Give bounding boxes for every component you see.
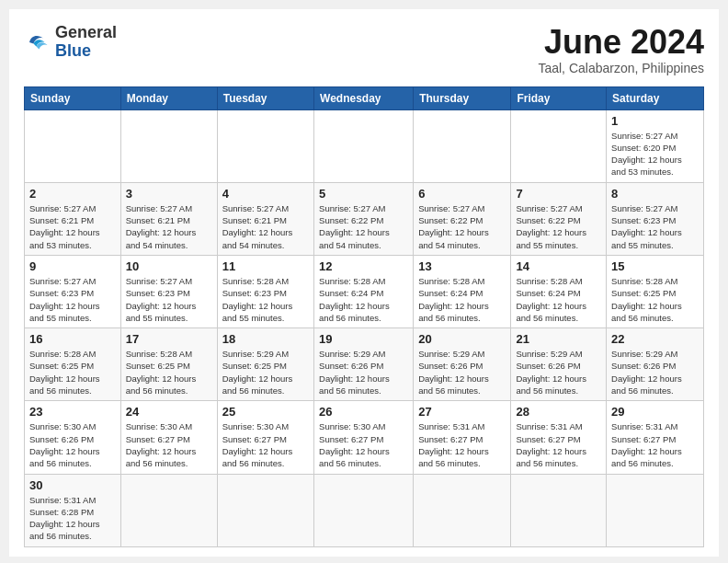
day-info: Sunrise: 5:27 AMSunset: 6:22 PMDaylight:… xyxy=(516,202,601,251)
day-info: Sunrise: 5:29 AMSunset: 6:26 PMDaylight:… xyxy=(418,348,506,396)
day-number: 16 xyxy=(29,332,116,346)
day-number: 3 xyxy=(126,187,212,201)
day-info: Sunrise: 5:31 AMSunset: 6:28 PMDaylight:… xyxy=(29,494,116,543)
day-number: 25 xyxy=(222,405,309,419)
location: Taal, Calabarzon, Philippines xyxy=(538,61,704,75)
day-cell: 13Sunrise: 5:28 AMSunset: 6:24 PMDayligh… xyxy=(414,255,511,327)
day-cell: 26Sunrise: 5:30 AMSunset: 6:27 PMDayligh… xyxy=(314,401,414,474)
logo-text: GeneralBlue xyxy=(55,24,117,61)
logo: GeneralBlue xyxy=(24,24,117,61)
day-cell: 23Sunrise: 5:30 AMSunset: 6:26 PMDayligh… xyxy=(25,401,121,474)
day-header-sunday: Sunday xyxy=(25,86,121,109)
day-cell: 2Sunrise: 5:27 AMSunset: 6:21 PMDaylight… xyxy=(25,182,121,255)
week-row-1: 2Sunrise: 5:27 AMSunset: 6:21 PMDaylight… xyxy=(25,182,704,255)
day-info: Sunrise: 5:27 AMSunset: 6:21 PMDaylight:… xyxy=(126,202,212,251)
day-header-friday: Friday xyxy=(511,86,607,109)
day-info: Sunrise: 5:27 AMSunset: 6:23 PMDaylight:… xyxy=(126,275,212,324)
day-cell: 21Sunrise: 5:29 AMSunset: 6:26 PMDayligh… xyxy=(511,328,607,401)
day-info: Sunrise: 5:30 AMSunset: 6:26 PMDaylight:… xyxy=(29,420,116,469)
day-number: 17 xyxy=(126,332,212,346)
day-cell xyxy=(314,109,414,182)
calendar-container: GeneralBlue June 2024 Taal, Calabarzon, … xyxy=(9,9,719,557)
day-cell xyxy=(414,474,511,546)
week-row-2: 9Sunrise: 5:27 AMSunset: 6:23 PMDaylight… xyxy=(25,255,704,327)
day-number: 12 xyxy=(319,259,408,273)
day-number: 5 xyxy=(319,187,408,201)
day-cell: 22Sunrise: 5:29 AMSunset: 6:26 PMDayligh… xyxy=(607,328,704,401)
day-number: 30 xyxy=(29,478,116,492)
day-cell: 7Sunrise: 5:27 AMSunset: 6:22 PMDaylight… xyxy=(511,182,607,255)
day-info: Sunrise: 5:31 AMSunset: 6:27 PMDaylight:… xyxy=(418,420,506,469)
day-number: 21 xyxy=(516,332,601,346)
day-info: Sunrise: 5:27 AMSunset: 6:23 PMDaylight:… xyxy=(611,202,699,251)
day-cell: 5Sunrise: 5:27 AMSunset: 6:22 PMDaylight… xyxy=(314,182,414,255)
day-info: Sunrise: 5:28 AMSunset: 6:24 PMDaylight:… xyxy=(418,275,506,324)
day-cell: 1Sunrise: 5:27 AMSunset: 6:20 PMDaylight… xyxy=(607,109,704,182)
header-row: SundayMondayTuesdayWednesdayThursdayFrid… xyxy=(25,86,704,109)
day-header-saturday: Saturday xyxy=(607,86,704,109)
day-cell: 14Sunrise: 5:28 AMSunset: 6:24 PMDayligh… xyxy=(511,255,607,327)
title-block: June 2024 Taal, Calabarzon, Philippines xyxy=(538,24,704,75)
day-header-wednesday: Wednesday xyxy=(314,86,414,109)
day-number: 14 xyxy=(516,259,601,273)
day-cell xyxy=(120,474,217,546)
day-cell: 29Sunrise: 5:31 AMSunset: 6:27 PMDayligh… xyxy=(607,401,704,474)
day-cell xyxy=(217,474,313,546)
day-cell xyxy=(314,474,414,546)
day-info: Sunrise: 5:27 AMSunset: 6:21 PMDaylight:… xyxy=(222,202,309,251)
week-row-3: 16Sunrise: 5:28 AMSunset: 6:25 PMDayligh… xyxy=(25,328,704,401)
day-cell xyxy=(511,109,607,182)
day-info: Sunrise: 5:27 AMSunset: 6:21 PMDaylight:… xyxy=(29,202,116,251)
day-cell xyxy=(511,474,607,546)
day-number: 6 xyxy=(418,187,506,201)
day-number: 7 xyxy=(516,187,601,201)
day-header-tuesday: Tuesday xyxy=(217,86,313,109)
day-header-thursday: Thursday xyxy=(414,86,511,109)
day-number: 8 xyxy=(611,187,699,201)
day-number: 18 xyxy=(222,332,309,346)
day-cell: 20Sunrise: 5:29 AMSunset: 6:26 PMDayligh… xyxy=(414,328,511,401)
day-number: 19 xyxy=(319,332,408,346)
day-number: 10 xyxy=(126,259,212,273)
day-cell xyxy=(25,109,121,182)
day-cell: 28Sunrise: 5:31 AMSunset: 6:27 PMDayligh… xyxy=(511,401,607,474)
day-info: Sunrise: 5:30 AMSunset: 6:27 PMDaylight:… xyxy=(319,420,408,469)
day-cell xyxy=(414,109,511,182)
day-cell: 11Sunrise: 5:28 AMSunset: 6:23 PMDayligh… xyxy=(217,255,313,327)
day-cell: 12Sunrise: 5:28 AMSunset: 6:24 PMDayligh… xyxy=(314,255,414,327)
day-number: 26 xyxy=(319,405,408,419)
day-cell: 8Sunrise: 5:27 AMSunset: 6:23 PMDaylight… xyxy=(607,182,704,255)
day-header-monday: Monday xyxy=(120,86,217,109)
day-number: 20 xyxy=(418,332,506,346)
day-cell: 27Sunrise: 5:31 AMSunset: 6:27 PMDayligh… xyxy=(414,401,511,474)
day-cell: 6Sunrise: 5:27 AMSunset: 6:22 PMDaylight… xyxy=(414,182,511,255)
day-cell xyxy=(607,474,704,546)
day-info: Sunrise: 5:31 AMSunset: 6:27 PMDaylight:… xyxy=(611,420,699,469)
day-info: Sunrise: 5:29 AMSunset: 6:26 PMDaylight:… xyxy=(611,348,699,396)
day-number: 13 xyxy=(418,259,506,273)
day-info: Sunrise: 5:31 AMSunset: 6:27 PMDaylight:… xyxy=(516,420,601,469)
day-number: 11 xyxy=(222,259,309,273)
day-info: Sunrise: 5:28 AMSunset: 6:25 PMDaylight:… xyxy=(126,348,212,396)
day-cell: 4Sunrise: 5:27 AMSunset: 6:21 PMDaylight… xyxy=(217,182,313,255)
header: GeneralBlue June 2024 Taal, Calabarzon, … xyxy=(24,24,704,75)
day-cell: 3Sunrise: 5:27 AMSunset: 6:21 PMDaylight… xyxy=(120,182,217,255)
day-cell: 19Sunrise: 5:29 AMSunset: 6:26 PMDayligh… xyxy=(314,328,414,401)
day-cell: 16Sunrise: 5:28 AMSunset: 6:25 PMDayligh… xyxy=(25,328,121,401)
day-number: 28 xyxy=(516,405,601,419)
day-info: Sunrise: 5:27 AMSunset: 6:23 PMDaylight:… xyxy=(29,275,116,324)
day-number: 1 xyxy=(611,114,699,128)
week-row-0: 1Sunrise: 5:27 AMSunset: 6:20 PMDaylight… xyxy=(25,109,704,182)
month-title: June 2024 xyxy=(538,24,704,61)
day-number: 27 xyxy=(418,405,506,419)
day-number: 24 xyxy=(126,405,212,419)
day-number: 4 xyxy=(222,187,309,201)
week-row-4: 23Sunrise: 5:30 AMSunset: 6:26 PMDayligh… xyxy=(25,401,704,474)
day-cell: 17Sunrise: 5:28 AMSunset: 6:25 PMDayligh… xyxy=(120,328,217,401)
day-info: Sunrise: 5:29 AMSunset: 6:26 PMDaylight:… xyxy=(516,348,601,396)
day-info: Sunrise: 5:29 AMSunset: 6:26 PMDaylight:… xyxy=(319,348,408,396)
day-info: Sunrise: 5:27 AMSunset: 6:20 PMDaylight:… xyxy=(611,130,699,178)
day-cell xyxy=(217,109,313,182)
day-cell: 18Sunrise: 5:29 AMSunset: 6:25 PMDayligh… xyxy=(217,328,313,401)
day-info: Sunrise: 5:28 AMSunset: 6:25 PMDaylight:… xyxy=(611,275,699,324)
